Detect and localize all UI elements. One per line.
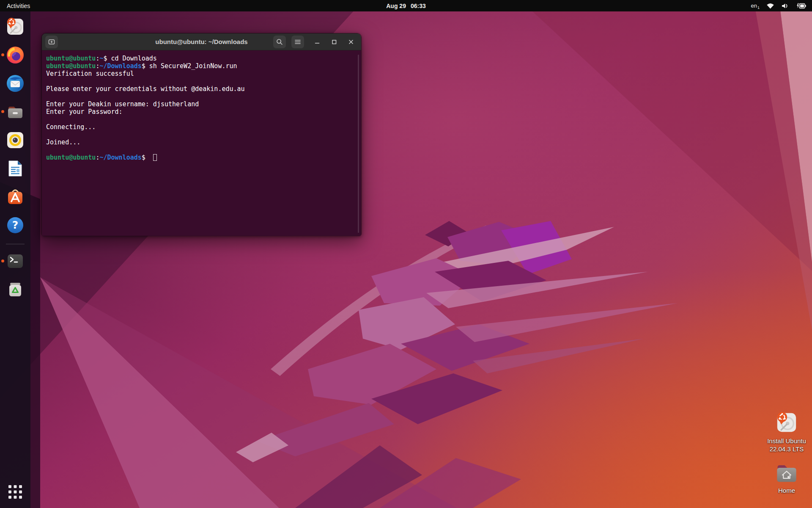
- dock-item-terminal[interactable]: [0, 251, 30, 271]
- keyboard-layout-indicator: en1: [751, 3, 760, 9]
- search-button[interactable]: [273, 36, 286, 48]
- dock-item-thunderbird[interactable]: [0, 73, 30, 94]
- clock-date: Aug 29: [386, 3, 406, 9]
- thunderbird-icon: [5, 73, 25, 94]
- install-ubuntu-desktop-icon: [775, 411, 798, 434]
- minimize-icon: [314, 39, 321, 45]
- dock-divider: [6, 244, 25, 244]
- wifi-icon: [766, 3, 774, 9]
- terminal-titlebar[interactable]: ubuntu@ubuntu: ~/Downloads: [42, 33, 361, 50]
- running-indicator: [1, 110, 4, 113]
- terminal-icon: [5, 251, 25, 271]
- clock-time: 06:33: [411, 3, 426, 9]
- new-tab-icon: [47, 38, 56, 46]
- dock-item-ubuntu-software[interactable]: [0, 187, 30, 207]
- maximize-button[interactable]: [328, 36, 340, 48]
- desktop-icon-label: Home: [778, 486, 795, 494]
- hamburger-menu-icon: [294, 38, 302, 46]
- new-tab-button[interactable]: [45, 36, 58, 48]
- maximize-icon: [331, 39, 337, 45]
- dock-item-libreoffice-writer[interactable]: [0, 158, 30, 179]
- volume-icon: [781, 3, 789, 9]
- show-apps-grid-icon: [7, 483, 24, 500]
- clock-button[interactable]: Aug 29 06:33: [386, 3, 426, 9]
- terminal-scrollbar[interactable]: [358, 55, 359, 233]
- desktop: Activities Aug 29 06:33 en1: [0, 0, 812, 508]
- dock-item-rhythmbox[interactable]: [0, 130, 30, 150]
- search-icon: [275, 38, 284, 46]
- home-folder-icon: [774, 463, 799, 484]
- show-apps-button[interactable]: [7, 483, 24, 502]
- files-icon: [5, 102, 25, 122]
- trash-icon: [5, 279, 25, 300]
- dock: ?: [0, 11, 30, 508]
- terminal-output: ubuntu@ubuntu:~$ cd Downloadsubuntu@ubun…: [46, 55, 361, 161]
- dock-item-help[interactable]: ?: [0, 215, 30, 235]
- libreoffice-writer-icon: [5, 158, 25, 179]
- running-indicator: [1, 260, 4, 262]
- hamburger-menu-button[interactable]: [291, 36, 304, 48]
- dock-item-files[interactable]: [0, 102, 30, 122]
- ubuntu-software-icon: [5, 187, 25, 207]
- top-bar: Activities Aug 29 06:33 en1: [0, 0, 812, 11]
- dock-item-firefox[interactable]: [0, 45, 30, 65]
- activities-button[interactable]: Activities: [7, 3, 30, 9]
- desktop-icon-label: Install Ubuntu 22.04.3 LTS: [767, 437, 806, 453]
- install-ubuntu-icon: [5, 17, 25, 37]
- svg-text:?: ?: [12, 219, 19, 231]
- terminal-cursor: [153, 154, 157, 161]
- desktop-icon-home[interactable]: Home: [761, 463, 812, 494]
- terminal-body[interactable]: ubuntu@ubuntu:~$ cd Downloadsubuntu@ubun…: [42, 50, 361, 236]
- help-icon: ?: [5, 215, 25, 235]
- rhythmbox-icon: [5, 130, 25, 150]
- desktop-icon-install-ubuntu[interactable]: Install Ubuntu 22.04.3 LTS: [761, 411, 812, 453]
- battery-charging-icon: [796, 3, 807, 9]
- firefox-icon: [5, 45, 25, 65]
- minimize-button[interactable]: [311, 36, 324, 48]
- system-tray[interactable]: en1: [751, 3, 807, 9]
- terminal-window: ubuntu@ubuntu: ~/Downloads: [41, 33, 362, 236]
- close-icon: [348, 39, 354, 45]
- dock-item-install-ubuntu[interactable]: [0, 17, 30, 37]
- close-button[interactable]: [345, 36, 357, 48]
- running-indicator: [1, 53, 4, 56]
- dock-item-trash[interactable]: [0, 279, 30, 300]
